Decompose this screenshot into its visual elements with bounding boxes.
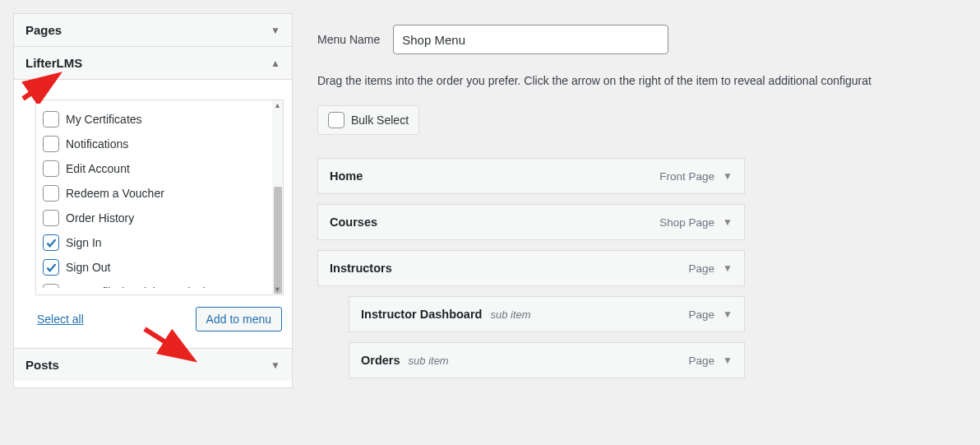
menu-instructions-text: Drag the items into the order you prefer…	[317, 74, 980, 87]
panel-posts-title: Posts	[25, 358, 59, 372]
panel-lifterlms-title: LifterLMS	[25, 56, 82, 70]
panel-pages-title: Pages	[25, 23, 62, 37]
bulk-select-toggle[interactable]: Bulk Select	[317, 105, 419, 135]
menu-item[interactable]: InstructorsPage▼	[317, 250, 745, 286]
menu-item[interactable]: HomeFront Page▼	[317, 158, 745, 194]
caret-down-icon: ▼	[270, 25, 280, 36]
list-item-label: My Profile (Social Learning)	[66, 285, 207, 288]
list-item-label: Redeem a Voucher	[66, 187, 164, 200]
bulk-select-checkbox[interactable]	[328, 112, 344, 128]
list-item-label: Notifications	[66, 137, 128, 151]
list-item-label: Sign In	[66, 236, 102, 249]
checkbox[interactable]	[43, 136, 59, 152]
list-item[interactable]: My Profile (Social Learning)	[43, 280, 281, 288]
menu-item[interactable]: CoursesShop Page▼	[317, 204, 745, 240]
menu-item-title: Orders	[361, 354, 400, 367]
menu-item-type: Shop Page	[659, 216, 714, 229]
add-to-menu-button[interactable]: Add to menu	[196, 307, 282, 331]
caret-down-icon[interactable]: ▼	[723, 308, 733, 320]
menu-source-sidebar: Pages ▼ LifterLMS ▲ My CertificatesNotif…	[13, 13, 293, 388]
list-item[interactable]: Sign In	[43, 230, 281, 255]
list-item[interactable]: Order History	[43, 206, 281, 230]
menu-structure-panel: Menu Name Drag the items into the order …	[317, 13, 980, 388]
list-item[interactable]: Sign Out	[43, 255, 281, 280]
menu-item-type: Page	[689, 308, 715, 321]
menu-item[interactable]: Instructor Dashboardsub itemPage▼	[349, 296, 745, 332]
sub-item-label: sub item	[409, 355, 449, 367]
caret-down-icon[interactable]: ▼	[723, 355, 733, 366]
select-all-link[interactable]: Select all	[37, 313, 84, 326]
menu-items-list: HomeFront Page▼CoursesShop Page▼Instruct…	[317, 158, 745, 378]
list-item-label: Order History	[66, 211, 134, 225]
panel-lifterlms-header[interactable]: LifterLMS ▲	[14, 47, 292, 80]
menu-item-title: Instructors	[330, 262, 392, 275]
list-item[interactable]: Redeem a Voucher	[43, 181, 281, 206]
menu-name-input[interactable]	[393, 25, 668, 54]
caret-down-icon[interactable]: ▼	[723, 170, 733, 182]
checkbox[interactable]	[43, 259, 59, 276]
menu-item-type: Page	[689, 262, 715, 275]
menu-item-type: Front Page	[659, 170, 714, 183]
checkbox[interactable]	[43, 210, 59, 226]
list-item-label: My Certificates	[66, 113, 142, 126]
checkbox[interactable]	[43, 284, 59, 288]
panel-lifterlms-body: My CertificatesNotificationsEdit Account…	[14, 100, 292, 348]
sub-item-label: sub item	[490, 308, 530, 321]
scrollbar[interactable]: ▲ ▼	[272, 100, 283, 294]
scroll-up-arrow-icon[interactable]: ▲	[272, 101, 283, 109]
checkbox[interactable]	[43, 160, 59, 177]
list-item[interactable]: Edit Account	[43, 156, 281, 181]
caret-up-icon: ▲	[270, 58, 280, 69]
checkbox[interactable]	[43, 111, 59, 127]
panel-posts-header[interactable]: Posts ▼	[14, 348, 292, 381]
caret-down-icon: ▼	[270, 359, 280, 371]
scrollbar-thumb[interactable]	[274, 187, 282, 294]
lifterlms-items-list: My CertificatesNotificationsEdit Account…	[35, 100, 284, 295]
checkbox[interactable]	[43, 185, 59, 202]
list-item-label: Sign Out	[66, 261, 110, 274]
checkbox[interactable]	[43, 234, 59, 251]
list-item-label: Edit Account	[66, 162, 130, 175]
scroll-down-arrow-icon[interactable]: ▼	[272, 285, 283, 294]
menu-item-title: Instructor Dashboard	[361, 308, 482, 321]
caret-down-icon[interactable]: ▼	[723, 262, 733, 274]
panel-pages-header[interactable]: Pages ▼	[14, 14, 292, 47]
menu-item-title: Courses	[330, 216, 377, 229]
menu-item[interactable]: Orderssub itemPage▼	[349, 342, 745, 378]
bulk-select-label: Bulk Select	[351, 114, 409, 127]
menu-item-type: Page	[689, 355, 715, 367]
list-item[interactable]: My Certificates	[43, 107, 281, 132]
list-item[interactable]: Notifications	[43, 132, 281, 156]
menu-item-title: Home	[330, 169, 363, 183]
menu-name-label: Menu Name	[317, 33, 380, 46]
caret-down-icon[interactable]: ▼	[723, 216, 733, 228]
